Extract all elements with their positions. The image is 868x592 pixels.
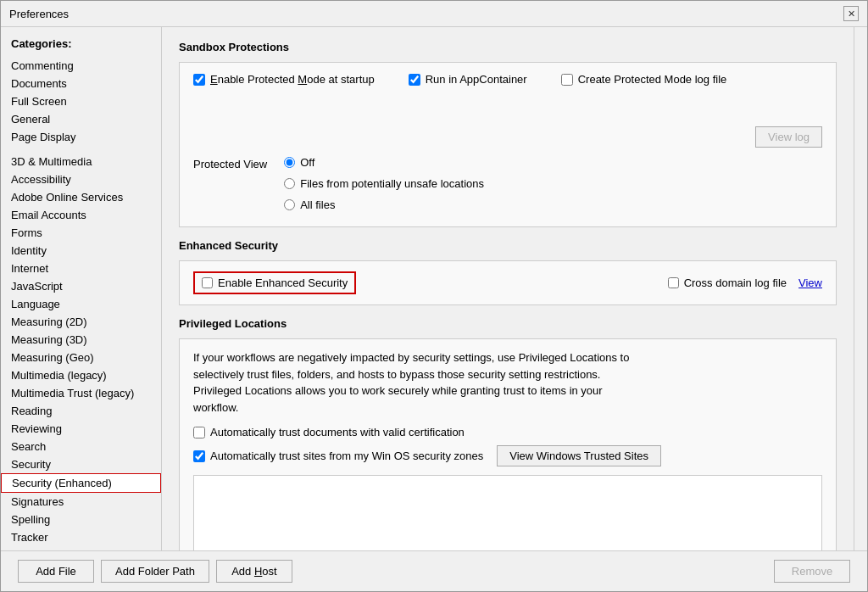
sidebar-item-accessibility[interactable]: Accessibility [1,170,161,188]
sidebar-item-measuringgeo[interactable]: Measuring (Geo) [1,349,161,366]
sidebar-item-3dmultimedia[interactable]: 3D & Multimedia [1,153,161,170]
sidebar-item-spelling[interactable]: Spelling [1,511,161,528]
privileged-section-box: If your workflows are negatively impacte… [179,338,837,550]
privileged-section-title: Privileged Locations [179,317,837,330]
sidebar-item-reviewing[interactable]: Reviewing [1,420,161,438]
enable-protected-checkbox[interactable] [193,74,205,86]
add-host-button[interactable]: Add Host [216,560,292,583]
enhanced-section-box: Enable Enhanced Security Cross domain lo… [179,260,837,305]
privileged-list-area [193,475,822,550]
sidebar-item-javascript[interactable]: JavaScript [1,277,161,295]
protected-view-label: Protected View [193,156,267,170]
sidebar-item-documents[interactable]: Documents [1,75,161,92]
create-log-label[interactable]: Create Protected Mode log file [578,73,727,86]
auto-trust-cert-checkbox[interactable] [193,427,205,438]
trusted-sites-button[interactable]: View Windows Trusted Sites [497,445,661,466]
enhanced-section-title: Enhanced Security [179,239,837,252]
run-appcontainer-checkbox[interactable] [409,74,420,86]
sandbox-top-row: Enable Protected Mode at startup Run in … [193,73,822,148]
sidebar-item-fullscreen[interactable]: Full Screen [1,92,161,110]
create-log-checkbox[interactable] [561,74,573,86]
radio-off-row: Off [284,156,484,169]
auto-trust-cert-label[interactable]: Automatically trust documents with valid… [210,426,465,438]
protected-view-options: Off Files from potentially unsafe locati… [284,156,484,216]
sidebar-item-adobeonline[interactable]: Adobe Online Services [1,188,161,206]
auto-trust-sites-label[interactable]: Automatically trust sites from my Win OS… [210,450,483,462]
radio-off[interactable] [284,157,295,168]
radio-off-label[interactable]: Off [300,156,314,169]
cross-domain-row: Cross domain log file View [668,276,822,289]
sidebar-item-security[interactable]: Security [1,455,161,473]
sidebar-item-emailaccounts[interactable]: Email Accounts [1,206,161,224]
sidebar-item-multimediatrust[interactable]: Multimedia Trust (legacy) [1,384,161,402]
main-content: Categories: Commenting Documents Full Sc… [1,27,867,550]
run-appcontainer-label[interactable]: Run in AppContainer [426,73,527,86]
sidebar-item-signatures[interactable]: Signatures [1,493,161,511]
sandbox-section-box: Enable Protected Mode at startup Run in … [179,62,837,227]
radio-unsafe[interactable] [284,178,295,189]
sidebar-item-securityenhanced[interactable]: Security (Enhanced) [1,473,161,493]
auto-trust-sites-checkbox[interactable] [193,450,205,462]
enable-enhanced-checkbox[interactable] [202,277,213,288]
sidebar-item-search[interactable]: Search [1,438,161,455]
sidebar-item-pagedisplay[interactable]: Page Display [1,128,161,146]
sidebar-item-tracker[interactable]: Tracker [1,528,161,546]
radio-allfiles[interactable] [284,199,295,210]
scrollbar[interactable] [854,27,867,550]
enhanced-security-row: Enable Enhanced Security Cross domain lo… [193,271,822,294]
auto-trust-sites-row: Automatically trust sites from my Win OS… [193,445,822,466]
sidebar-item-multimedialegacy[interactable]: Multimedia (legacy) [1,366,161,384]
sandbox-section-title: Sandbox Protections [179,41,837,53]
sidebar-item-language[interactable]: Language [1,295,161,313]
sidebar: Categories: Commenting Documents Full Sc… [1,27,162,550]
sidebar-item-general[interactable]: General [1,110,161,128]
create-log-row: Create Protected Mode log file [561,73,727,86]
radio-unsafe-row: Files from potentially unsafe locations [284,177,484,190]
sidebar-item-reading[interactable]: Reading [1,402,161,420]
enable-enhanced-box: Enable Enhanced Security [193,271,356,294]
sidebar-item-measuring3d[interactable]: Measuring (3D) [1,331,161,349]
privileged-description: If your workflows are negatively impacte… [193,349,822,416]
sidebar-item-forms[interactable]: Forms [1,224,161,242]
enable-enhanced-label[interactable]: Enable Enhanced Security [218,276,348,289]
enable-protected-row: Enable Protected Mode at startup [193,73,375,86]
title-bar: Preferences ✕ [1,1,867,27]
window-title: Preferences [9,8,69,20]
sidebar-item-commenting[interactable]: Commenting [1,57,161,75]
add-file-button[interactable]: Add File [18,560,94,583]
cross-domain-label[interactable]: Cross domain log file [684,276,787,289]
add-folder-button[interactable]: Add Folder Path [101,560,209,583]
auto-trust-cert-row: Automatically trust documents with valid… [193,426,822,438]
enable-protected-label[interactable]: Enable Protected Mode at startup [210,73,375,86]
sidebar-heading: Categories: [1,34,161,57]
sidebar-item-measuring2d[interactable]: Measuring (2D) [1,313,161,331]
radio-allfiles-row: All files [284,198,484,211]
content-area: Sandbox Protections Enable Protected Mod… [162,27,854,550]
sidebar-item-internet[interactable]: Internet [1,260,161,277]
radio-allfiles-label[interactable]: All files [300,198,335,211]
radio-unsafe-label[interactable]: Files from potentially unsafe locations [300,177,484,190]
sidebar-item-identity[interactable]: Identity [1,242,161,260]
run-appcontainer-row: Run in AppContainer [409,73,527,86]
view-link[interactable]: View [798,276,822,289]
view-log-button: View log [755,126,822,148]
bottom-buttons: Add File Add Folder Path Add Host Remove [1,550,867,591]
preferences-window: Preferences ✕ Categories: Commenting Doc… [0,0,868,592]
cross-domain-checkbox[interactable] [668,277,679,288]
close-button[interactable]: ✕ [843,6,859,21]
protected-view-row: Protected View Off Files from potentiall… [193,156,822,216]
remove-button: Remove [774,560,850,583]
